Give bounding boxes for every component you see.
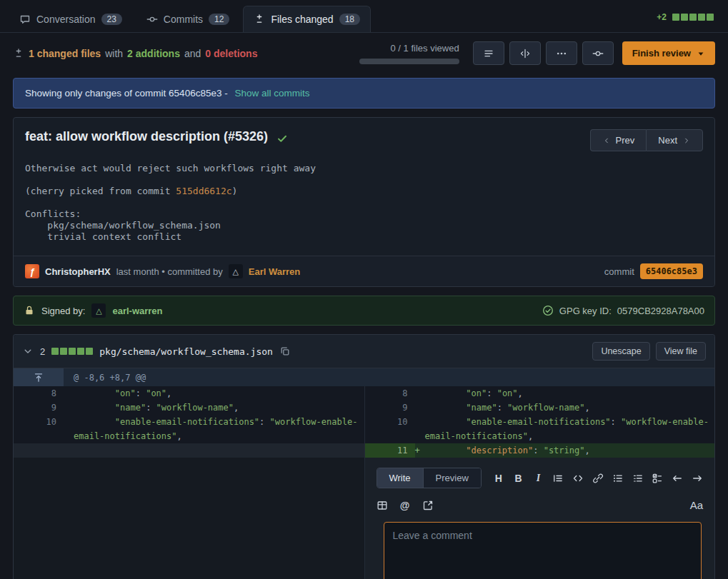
commit-sha-badge[interactable]: 65406c85e3 — [640, 263, 703, 279]
committer-avatar[interactable]: △ — [229, 264, 243, 278]
file-header-buttons: Unescape View file — [592, 342, 706, 361]
line-number[interactable]: 10 — [365, 415, 415, 443]
next-commit-button[interactable]: Next — [646, 129, 703, 151]
code-line: "on": "on", — [425, 386, 711, 401]
comment-editor: WritePreview HBI @ Aa — [365, 458, 715, 579]
line-number[interactable]: 9 — [14, 401, 64, 415]
commit-message-line — [25, 174, 703, 186]
deletions-count: 0 deletions — [205, 48, 257, 59]
line-number[interactable]: 8 — [365, 386, 415, 401]
diff-sign — [64, 401, 74, 415]
commit-title: feat: allow workflow description (#5326) — [25, 129, 268, 144]
italic-icon[interactable]: I — [532, 473, 544, 484]
inline-comment-row: WritePreview HBI @ Aa — [14, 458, 714, 579]
tab-files-changed[interactable]: Files changed18 — [243, 6, 371, 32]
list-ordered-icon[interactable] — [632, 473, 644, 484]
comment-textarea[interactable] — [384, 522, 702, 579]
reference-icon[interactable] — [422, 500, 434, 511]
code-line: "name": "workflow-name", — [74, 401, 359, 415]
summary-actions: 0 / 1 files viewed Finish review — [359, 41, 715, 65]
list-unordered-icon[interactable] — [612, 473, 624, 484]
code-line: "enable-email-notifications": "workflow-… — [74, 415, 359, 443]
commit-nav: Prev Next — [590, 129, 703, 151]
list-icon — [483, 48, 494, 59]
mention-icon[interactable]: @ — [399, 500, 411, 511]
quote-icon[interactable] — [552, 473, 564, 484]
diff-sign — [64, 415, 74, 443]
commit-message-line — [25, 197, 703, 208]
editor-tab-write[interactable]: Write — [377, 468, 423, 488]
author-avatar[interactable]: ƒ — [25, 264, 39, 278]
additions-count: 2 additions — [127, 48, 180, 59]
copy-file-name-icon[interactable] — [279, 346, 291, 357]
task-list-icon[interactable] — [652, 473, 663, 484]
show-all-commits-link[interactable]: Show all commits — [234, 88, 309, 99]
overall-diff-stat: +2 — [657, 12, 719, 32]
diff-file-box: 2 pkg/schema/workflow_schema.json Unesca… — [13, 334, 715, 579]
finish-review-button[interactable]: Finish review — [622, 41, 715, 65]
arrow-left-icon[interactable] — [672, 473, 683, 484]
more-options-button[interactable] — [546, 41, 577, 65]
overall-diff-stat-bar — [672, 14, 714, 21]
diff-sign — [415, 386, 425, 401]
commit-icon — [146, 14, 158, 25]
line-number[interactable]: 8 — [14, 386, 64, 401]
tab-label: Files changed — [271, 14, 333, 25]
overall-additions-label: +2 — [657, 12, 667, 22]
expand-hunk-button[interactable] — [14, 368, 64, 386]
editor-tabs: WritePreview — [377, 468, 482, 488]
heading-icon[interactable]: H — [493, 473, 504, 484]
file-name[interactable]: pkg/schema/workflow_schema.json — [99, 346, 273, 357]
chevron-right-icon — [682, 136, 691, 145]
line-number[interactable]: 9 — [365, 401, 415, 415]
line-number[interactable]: 10 — [14, 415, 64, 443]
split-view-toggle-button[interactable] — [509, 41, 541, 65]
files-viewed: 0 / 1 files viewed — [359, 43, 459, 64]
notice-text: Showing only changes of commit 65406c85e… — [25, 88, 228, 99]
code-line: "description": "string", — [425, 443, 711, 458]
diff-icon — [13, 48, 24, 59]
table-icon[interactable] — [377, 500, 388, 511]
review-icon — [592, 48, 604, 59]
arrow-right-icon[interactable] — [692, 473, 703, 484]
line-number[interactable]: 11 — [365, 443, 415, 458]
bold-icon[interactable]: B — [513, 473, 524, 484]
view-file-button[interactable]: View file — [656, 342, 706, 361]
tab-count-badge: 23 — [101, 14, 122, 25]
comment-editor-cell: WritePreview HBI @ Aa — [364, 458, 715, 579]
file-tree-toggle-button[interactable] — [473, 41, 504, 65]
commit-status-check-icon[interactable] — [276, 133, 288, 144]
link-icon[interactable] — [592, 473, 604, 484]
diff-table: 8 "on": "on",8 "on": "on",9 "name": "wor… — [14, 386, 714, 458]
code-icon[interactable] — [572, 473, 584, 484]
commit-link[interactable]: 515dd6612c — [176, 186, 231, 196]
commit-message-line: Conflicts: — [25, 208, 703, 220]
editor-toolbar-row2: @ Aa — [377, 499, 704, 511]
diff-icon — [254, 14, 265, 25]
review-tools-button[interactable] — [582, 41, 614, 65]
diff-sign: + — [415, 443, 425, 458]
diff-row: 10 "enable-email-notifications": "workfl… — [14, 415, 714, 443]
editor-tab-preview[interactable]: Preview — [423, 468, 481, 488]
tab-count-badge: 12 — [209, 14, 229, 25]
prev-commit-button[interactable]: Prev — [590, 129, 647, 151]
commit-author-row: ƒ ChristopherHX last month • committed b… — [14, 256, 714, 286]
collapse-file-chevron-icon[interactable] — [22, 346, 34, 357]
split-icon — [519, 48, 531, 59]
signer-avatar[interactable]: △ — [91, 303, 106, 318]
editor-toolbar-row1: WritePreview HBI — [377, 468, 704, 488]
tab-commits[interactable]: Commits12 — [136, 6, 241, 32]
commit-message-line: trivial context conflict — [25, 231, 703, 243]
diff-row: 11+ "description": "string", — [14, 443, 714, 458]
font-size-toggle[interactable]: Aa — [690, 499, 703, 511]
tab-conversation[interactable]: Conversation23 — [9, 6, 133, 32]
unescape-button[interactable]: Unescape — [592, 342, 649, 361]
diff-file-header: 2 pkg/schema/workflow_schema.json Unesca… — [14, 335, 714, 368]
committer-name[interactable]: Earl Warren — [249, 266, 301, 277]
diff-left-empty-area — [14, 458, 364, 579]
author-name[interactable]: ChristopherHX — [45, 266, 111, 277]
diff-empty-cell — [14, 443, 364, 458]
changed-files-link[interactable]: 1 changed files — [29, 48, 101, 59]
commit-panel-header: feat: allow workflow description (#5326)… — [14, 118, 714, 158]
signer-name[interactable]: earl-warren — [112, 306, 162, 316]
